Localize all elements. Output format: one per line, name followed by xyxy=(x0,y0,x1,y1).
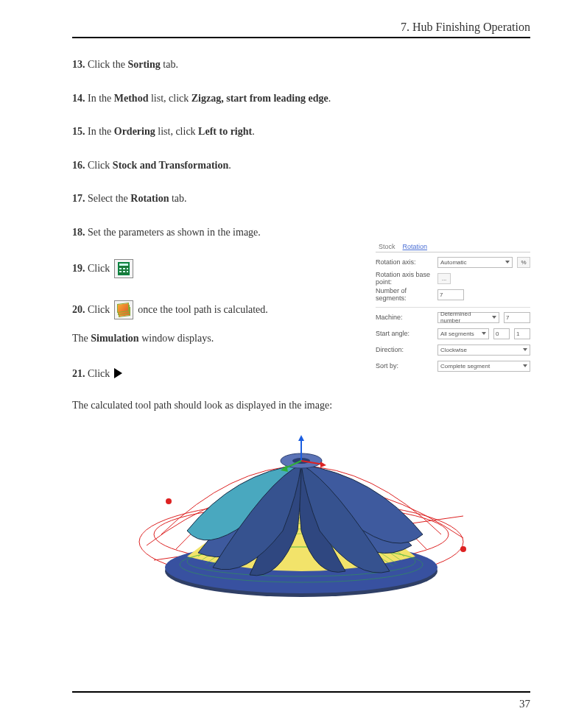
toolpath-simulation-image xyxy=(117,420,485,612)
row-rotation-axis: Rotation axis: Automatic % xyxy=(376,255,530,269)
direction-select[interactable]: Clockwise xyxy=(437,344,530,356)
step-18: 18. Set the parameters as shown in the i… xyxy=(72,225,530,240)
simulate-icon xyxy=(114,300,133,319)
chapter-title: 7. Hub Finishing Operation xyxy=(401,21,530,33)
step-num: 15. xyxy=(72,126,85,137)
step-num: 16. xyxy=(72,160,85,171)
step-num: 13. xyxy=(72,59,85,70)
step-num: 14. xyxy=(72,93,85,104)
row-num-segments: Number of segments: 7 xyxy=(376,288,530,301)
panel-tabs: Stock Rotation xyxy=(376,241,530,252)
step-16: 16. Click Stock and Transformation. xyxy=(72,158,530,173)
rotation-parameters-panel: Stock Rotation Rotation axis: Automatic … xyxy=(376,241,530,372)
divider xyxy=(376,307,530,308)
step-17: 17. Select the Rotation tab. xyxy=(72,191,530,206)
start-angle-input-a[interactable]: 0 xyxy=(493,328,510,339)
svg-point-3 xyxy=(460,546,466,552)
sortby-select[interactable]: Complete segment xyxy=(437,361,530,372)
calculate-icon xyxy=(114,259,133,278)
step-num: 17. xyxy=(72,193,85,204)
tab-rotation[interactable]: Rotation xyxy=(403,243,428,250)
row-machine: Machine: Determined number 7 xyxy=(376,311,530,324)
svg-marker-13 xyxy=(320,462,326,467)
step-num: 18. xyxy=(72,227,85,238)
row-start-angle: Start angle: All segments 0 1 xyxy=(376,327,530,340)
page-header: 7. Hub Finishing Operation xyxy=(72,21,530,38)
row-base-point: Rotation axis base point: ... xyxy=(376,272,530,285)
step-num: 21. xyxy=(72,368,85,379)
machine-select[interactable]: Determined number xyxy=(437,312,499,323)
step-num: 20. xyxy=(72,304,85,315)
axis-extra-button[interactable]: % xyxy=(517,257,530,268)
row-sort-by: Sort by: Complete segment xyxy=(376,359,530,372)
step-14: 14. In the Method list, click Zigzag, st… xyxy=(72,91,530,106)
num-segments-input[interactable]: 7 xyxy=(437,289,464,300)
step-num: 19. xyxy=(72,263,85,274)
tab-stock[interactable]: Stock xyxy=(379,243,396,250)
row-direction: Direction: Clockwise xyxy=(376,343,530,356)
start-angle-input-b[interactable]: 1 xyxy=(514,328,530,339)
machine-count-input[interactable]: 7 xyxy=(504,312,530,323)
play-icon xyxy=(114,368,122,378)
step-13: 13. Click the Sorting tab. xyxy=(72,57,530,72)
svg-point-2 xyxy=(166,498,172,504)
footer-rule xyxy=(72,691,530,693)
page-number: 37 xyxy=(519,698,530,710)
image-caption: The calculated tool path should look as … xyxy=(72,400,530,411)
document-page: 7. Hub Finishing Operation 13. Click the… xyxy=(0,0,573,728)
rotation-axis-select[interactable]: Automatic xyxy=(437,257,513,268)
base-point-button[interactable]: ... xyxy=(437,273,451,284)
start-angle-select[interactable]: All segments xyxy=(437,328,489,339)
step-15: 15. In the Ordering list, click Left to … xyxy=(72,124,530,139)
svg-marker-11 xyxy=(298,435,304,441)
